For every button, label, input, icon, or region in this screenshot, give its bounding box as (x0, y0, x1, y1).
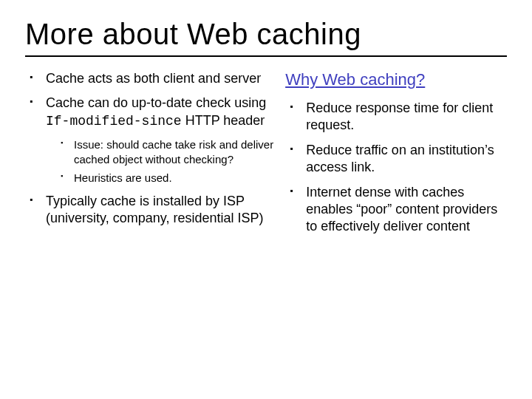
right-column: Why Web caching? Reduce response time fo… (285, 70, 507, 243)
bullet-text: Reduce response time for client request. (306, 100, 493, 132)
right-bullets: Reduce response time for client request.… (285, 100, 507, 236)
list-item: Issue: should cache take risk and delive… (61, 137, 275, 166)
list-item: Typically cache is installed by ISP (uni… (30, 193, 275, 228)
section-heading: Why Web caching? (285, 70, 507, 89)
list-item: Cache can do up-to-date check using If-m… (30, 95, 275, 185)
bullet-text: Heuristics are used. (74, 171, 172, 184)
slide: More about Web caching Cache acts as bot… (0, 0, 532, 399)
list-item: Reduce response time for client request. (290, 100, 507, 134)
page-title: More about Web caching (25, 18, 507, 51)
bullet-text: Cache acts as both client and server (46, 71, 261, 86)
list-item: Internet dense with caches enables “poor… (290, 184, 507, 236)
left-column: Cache acts as both client and server Cac… (25, 70, 275, 243)
list-item: Heuristics are used. (61, 171, 275, 185)
bullet-text-suffix: HTTP header (182, 113, 265, 128)
list-item: Cache acts as both client and server (30, 70, 275, 87)
left-sub-bullets: Issue: should cache take risk and delive… (46, 137, 275, 185)
bullet-text: Reduce traffic on an institution’s acces… (306, 143, 494, 174)
code-text: If-modified-since (46, 114, 182, 129)
bullet-text-prefix: Cache can do up-to-date check using (46, 95, 266, 110)
bullet-text: Internet dense with caches enables “poor… (306, 185, 497, 234)
list-item: Reduce traffic on an institution’s acces… (290, 142, 507, 177)
divider (25, 55, 507, 57)
bullet-text: Typically cache is installed by ISP (uni… (46, 194, 263, 225)
content-columns: Cache acts as both client and server Cac… (25, 70, 507, 243)
left-bullets: Cache acts as both client and server Cac… (25, 70, 275, 227)
bullet-text: Issue: should cache take risk and delive… (74, 138, 273, 166)
